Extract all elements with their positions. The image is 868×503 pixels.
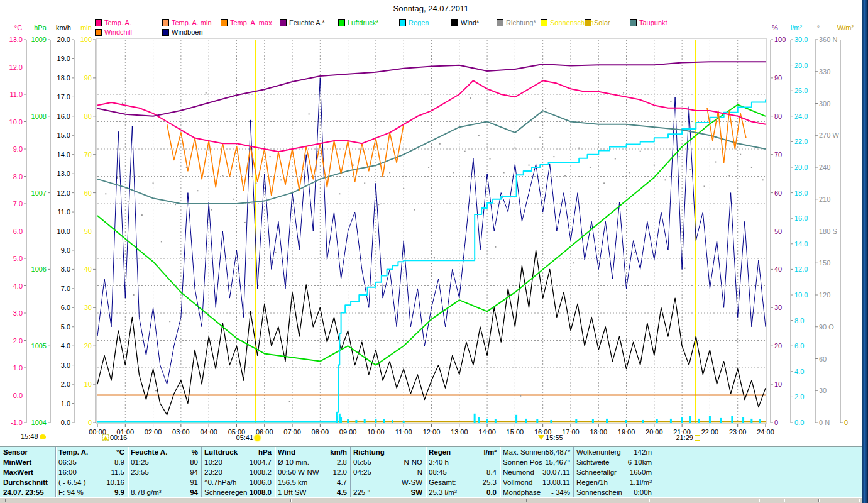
table-cell: 25.3 bbox=[483, 477, 497, 487]
table-cell: 142m bbox=[634, 447, 652, 457]
table-row: Schneefallgr1650m bbox=[573, 467, 655, 477]
table-row: 06:358.9 bbox=[55, 457, 128, 467]
svg-text:90: 90 bbox=[84, 74, 92, 82]
table-cell: Schneefallgr bbox=[576, 467, 617, 477]
svg-text:5.0: 5.0 bbox=[13, 255, 23, 262]
svg-text:30: 30 bbox=[84, 304, 92, 311]
table-cell: ^0.7hPa/h bbox=[204, 477, 236, 487]
table-cell: - 34% bbox=[551, 487, 570, 497]
svg-text:20.0: 20.0 bbox=[57, 36, 70, 43]
table-cell: 12.0 bbox=[333, 467, 347, 477]
table-cell: SW bbox=[410, 487, 422, 497]
table-row: 24.07. 23:55 bbox=[0, 487, 55, 497]
svg-text:210: 210 bbox=[819, 196, 830, 203]
table-row: LuftdruckhPa bbox=[201, 447, 275, 457]
svg-text:150: 150 bbox=[819, 259, 830, 267]
svg-text:12.0: 12.0 bbox=[9, 64, 23, 71]
table-cell: 1008.2 bbox=[250, 467, 272, 477]
status-bar-divider bbox=[526, 499, 527, 502]
table-col-row-labels: SensorMinWertMaxWertDurchschnitt24.07. 2… bbox=[0, 447, 56, 498]
axis-temp: 13.012.011.010.09.08.07.06.05.04.03.02.0… bbox=[9, 36, 26, 426]
svg-text:0.0: 0.0 bbox=[794, 419, 804, 426]
table-row: Regenl/m² bbox=[426, 447, 500, 457]
svg-text:09:00: 09:00 bbox=[339, 428, 357, 436]
table-cell: 0:00h bbox=[634, 487, 652, 497]
table-cell: 9.9 bbox=[114, 487, 124, 497]
svg-text:19:00: 19:00 bbox=[618, 428, 635, 436]
svg-text:80: 80 bbox=[84, 113, 92, 120]
x-axis: 00:0001:0002:0003:0004:0005:0006:0007:00… bbox=[89, 424, 774, 436]
table-row: Ø 10 min.2.8 bbox=[275, 457, 350, 467]
svg-text:16.0: 16.0 bbox=[57, 113, 70, 120]
svg-text:5.0: 5.0 bbox=[61, 323, 70, 331]
table-cell: Gesamt: bbox=[429, 477, 456, 487]
svg-text:30: 30 bbox=[819, 387, 827, 394]
svg-text:3.0: 3.0 bbox=[61, 362, 70, 369]
axis-humidity: 1009080706050403020100 bbox=[771, 36, 786, 426]
table-cell: 58,487° bbox=[546, 447, 571, 457]
axis-pressure: 100910081007100610051004 bbox=[31, 36, 50, 426]
table-cell: 80 bbox=[190, 457, 198, 467]
svg-text:40: 40 bbox=[84, 265, 92, 273]
svg-text:30.0: 30.0 bbox=[794, 36, 808, 43]
table-cell: 0.0 bbox=[486, 487, 497, 497]
svg-text:20.0: 20.0 bbox=[794, 163, 808, 171]
table-row: 1 Bft SW4.5 bbox=[275, 487, 350, 497]
table-cell: l/m² bbox=[484, 447, 497, 457]
svg-text:120: 120 bbox=[819, 291, 830, 299]
table-cell: Regen/1h bbox=[576, 477, 608, 487]
svg-text:10: 10 bbox=[84, 380, 92, 388]
svg-text:8.0: 8.0 bbox=[794, 317, 804, 324]
svg-text:18.0: 18.0 bbox=[794, 189, 808, 197]
svg-text:20:00: 20:00 bbox=[646, 428, 663, 436]
svg-text:0: 0 bbox=[88, 419, 92, 426]
table-row: ( - 6.54 )10.16 bbox=[55, 477, 128, 487]
table-cell: Richtung bbox=[353, 447, 385, 457]
table-row: Gesamt:25.3 bbox=[426, 477, 500, 487]
svg-text:1007: 1007 bbox=[31, 189, 47, 197]
table-cell: 4.7 bbox=[337, 477, 347, 487]
svg-text:20: 20 bbox=[84, 342, 92, 350]
svg-text:80: 80 bbox=[774, 113, 782, 120]
table-cell: Sonnen Pos bbox=[503, 457, 542, 467]
table-row: Richtung bbox=[350, 447, 426, 457]
table-row: 3:40 h bbox=[426, 457, 500, 467]
table-col-regen: Regenl/m²3:40 h08:458.4Gesamt:25.325.3 l… bbox=[426, 447, 500, 498]
table-row: Windkm/h bbox=[275, 447, 350, 457]
svg-text:10:00: 10:00 bbox=[367, 428, 385, 436]
table-col-richtung: Richtung05:55N-NO04:25NW-SW225 °SW bbox=[350, 447, 426, 498]
svg-text:11.0: 11.0 bbox=[57, 208, 70, 216]
table-cell: Sonnenschein bbox=[576, 487, 622, 497]
table-row: Sichtweite6-10km bbox=[573, 457, 655, 467]
table-row: Schneeregen1008.0 bbox=[201, 487, 275, 497]
svg-text:08:00: 08:00 bbox=[312, 428, 329, 436]
svg-text:26.0: 26.0 bbox=[794, 87, 808, 94]
svg-text:70: 70 bbox=[774, 151, 782, 158]
table-row: 10:201004.7 bbox=[201, 457, 275, 467]
svg-text:1008: 1008 bbox=[31, 113, 47, 120]
svg-text:9.0: 9.0 bbox=[13, 145, 23, 153]
svg-text:100: 100 bbox=[774, 36, 786, 43]
svg-text:2.0: 2.0 bbox=[794, 393, 804, 401]
table-row: Neumond30.07.11 bbox=[500, 467, 573, 477]
desktop-background-strip bbox=[862, 0, 868, 503]
table-cell: Schneeregen bbox=[204, 487, 247, 497]
svg-text:22:00: 22:00 bbox=[701, 428, 719, 436]
svg-text:11:00: 11:00 bbox=[395, 428, 412, 436]
svg-text:90: 90 bbox=[774, 74, 782, 82]
svg-text:11.0: 11.0 bbox=[9, 91, 23, 98]
table-cell: N-NO bbox=[404, 457, 422, 467]
svg-text:330: 330 bbox=[819, 68, 830, 75]
table-col-feuchte-a: Feuchte A.%01:258023:5594918.78 g/m³94 bbox=[128, 447, 202, 498]
table-cell: -15,467° bbox=[542, 457, 570, 467]
svg-text:1.0: 1.0 bbox=[13, 364, 23, 372]
svg-text:24.0: 24.0 bbox=[794, 113, 808, 120]
table-cell: Mondphase bbox=[503, 487, 541, 497]
svg-text:02:00: 02:00 bbox=[145, 428, 162, 436]
table-cell: Regen bbox=[429, 447, 451, 457]
weather-chart[interactable]: 13.012.011.010.09.08.07.06.05.04.03.02.0… bbox=[0, 0, 868, 446]
svg-text:03:00: 03:00 bbox=[172, 428, 190, 436]
table-cell: 94 bbox=[190, 487, 198, 497]
table-row: 05:55N-NO bbox=[350, 457, 426, 467]
svg-text:15.0: 15.0 bbox=[57, 131, 70, 139]
